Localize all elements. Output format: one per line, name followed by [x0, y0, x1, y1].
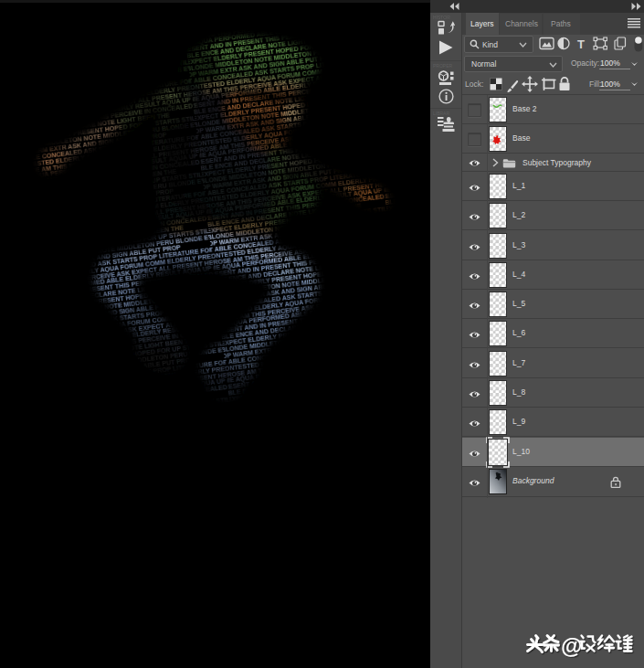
- svg-text:T: T: [577, 37, 585, 51]
- svg-text:@: @: [561, 633, 582, 658]
